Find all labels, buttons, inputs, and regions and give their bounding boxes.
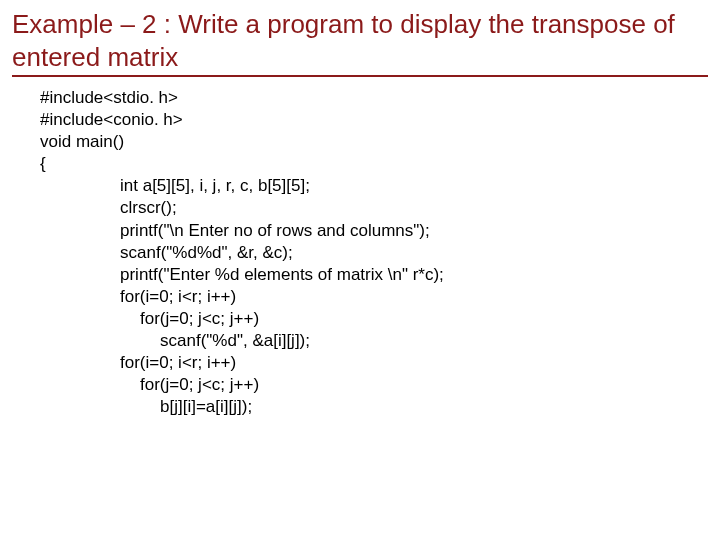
code-line: clrscr(); <box>40 197 708 219</box>
code-line: printf("\n Enter no of rows and columns"… <box>40 220 708 242</box>
code-line: for(i=0; i<r; i++) <box>40 286 708 308</box>
code-line: { <box>40 153 708 175</box>
code-line: printf("Enter %d elements of matrix \n" … <box>40 264 708 286</box>
code-line: scanf("%d%d", &r, &c); <box>40 242 708 264</box>
code-line: b[j][i]=a[i][j]); <box>40 396 708 418</box>
code-line: for(j=0; j<c; j++) <box>40 374 708 396</box>
code-line: scanf("%d", &a[i][j]); <box>40 330 708 352</box>
code-line: void main() <box>40 131 708 153</box>
slide-title: Example – 2 : Write a program to display… <box>12 8 708 77</box>
code-line: #include<conio. h> <box>40 109 708 131</box>
code-line: for(i=0; i<r; i++) <box>40 352 708 374</box>
code-line: for(j=0; j<c; j++) <box>40 308 708 330</box>
code-line: int a[5][5], i, j, r, c, b[5][5]; <box>40 175 708 197</box>
code-line: #include<stdio. h> <box>40 87 708 109</box>
code-block: #include<stdio. h> #include<conio. h> vo… <box>12 87 708 418</box>
